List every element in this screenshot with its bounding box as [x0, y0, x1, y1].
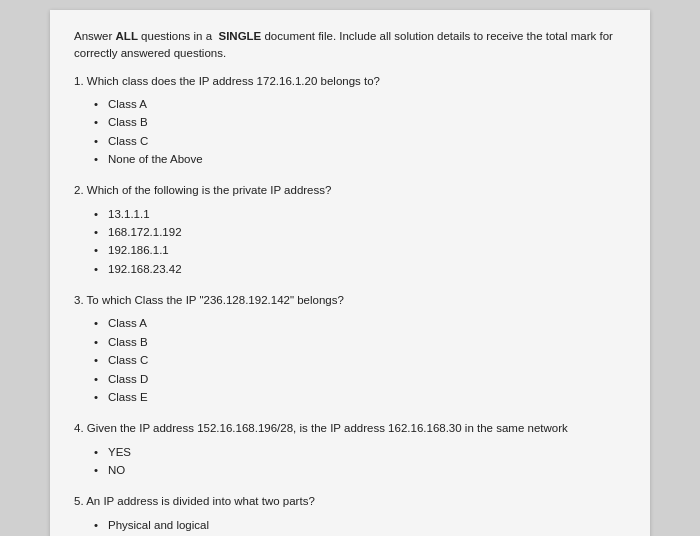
- question-text-q1: 1. Which class does the IP address 172.1…: [74, 73, 626, 90]
- question-block-q4: 4. Given the IP address 152.16.168.196/2…: [74, 420, 626, 479]
- questions-container: 1. Which class does the IP address 172.1…: [74, 73, 626, 537]
- question-text-q5: 5. An IP address is divided into what tw…: [74, 493, 626, 510]
- option-item: 192.168.23.42: [94, 260, 626, 278]
- option-item: Class E: [94, 388, 626, 406]
- option-item: Class C: [94, 132, 626, 150]
- option-item: Class C: [94, 351, 626, 369]
- options-list-q2: 13.1.1.1168.172.1.192192.186.1.1192.168.…: [74, 205, 626, 279]
- question-block-q2: 2. Which of the following is the private…: [74, 182, 626, 278]
- option-item: None of the Above: [94, 150, 626, 168]
- question-block-q5: 5. An IP address is divided into what tw…: [74, 493, 626, 536]
- question-text-q3: 3. To which Class the IP "236.128.192.14…: [74, 292, 626, 309]
- option-item: Class B: [94, 113, 626, 131]
- question-block-q3: 3. To which Class the IP "236.128.192.14…: [74, 292, 626, 406]
- option-item: Class A: [94, 95, 626, 113]
- document: Answer ALL questions in a SINGLE documen…: [50, 10, 650, 536]
- option-item: Physical and logical: [94, 516, 626, 534]
- options-list-q1: Class AClass BClass CNone of the Above: [74, 95, 626, 169]
- intro-text: Answer ALL questions in a SINGLE documen…: [74, 28, 626, 63]
- option-item: 168.172.1.192: [94, 223, 626, 241]
- option-item: 13.1.1.1: [94, 205, 626, 223]
- option-item: Class B: [94, 333, 626, 351]
- options-list-q5: Physical and logicalNetwork and subnetNe…: [74, 516, 626, 536]
- options-list-q4: YESNO: [74, 443, 626, 480]
- question-text-q2: 2. Which of the following is the private…: [74, 182, 626, 199]
- option-item: YES: [94, 443, 626, 461]
- question-text-q4: 4. Given the IP address 152.16.168.196/2…: [74, 420, 626, 437]
- option-item: NO: [94, 461, 626, 479]
- option-item: Class A: [94, 314, 626, 332]
- option-item: Class D: [94, 370, 626, 388]
- options-list-q3: Class AClass BClass CClass DClass E: [74, 314, 626, 406]
- question-block-q1: 1. Which class does the IP address 172.1…: [74, 73, 626, 169]
- option-item: 192.186.1.1: [94, 241, 626, 259]
